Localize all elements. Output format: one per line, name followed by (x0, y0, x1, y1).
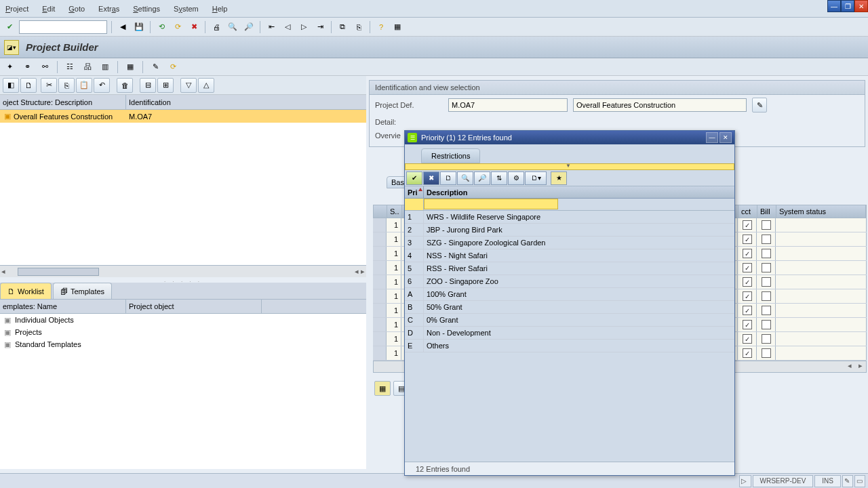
filter-pri-input[interactable] (405, 199, 424, 210)
pers-button[interactable]: ⚙ (508, 171, 524, 185)
link2-icon[interactable]: ⚯ (38, 60, 52, 74)
command-field[interactable] (19, 20, 107, 34)
net-icon[interactable]: ▦ (123, 60, 137, 74)
bill-checkbox[interactable] (762, 263, 771, 272)
menu-edit[interactable]: Edit (42, 5, 55, 13)
sb-icon1[interactable]: ▷ (739, 475, 751, 487)
accept-button[interactable]: ✔ (406, 171, 422, 185)
table-row[interactable]: DNon - Development (405, 327, 734, 340)
tab-worklist[interactable]: 🗋 Worklist (0, 283, 52, 299)
bill-checkbox[interactable] (762, 306, 771, 315)
wk-col-name[interactable]: emplates: Name (0, 300, 126, 313)
splitter[interactable]: . . . . . (0, 277, 366, 283)
cct-checkbox[interactable]: ✓ (743, 320, 752, 329)
sb-icon3[interactable]: ▭ (854, 475, 865, 487)
new-session-icon[interactable]: ⧉ (336, 20, 349, 34)
tree-col-description[interactable]: oject Structure: Description (0, 95, 126, 109)
star-button[interactable]: ★ (551, 171, 567, 185)
wand-icon[interactable]: ✦ (3, 60, 16, 74)
last-page-icon[interactable]: ⇥ (313, 20, 327, 34)
tree-delete-icon[interactable]: 🗑 (117, 78, 133, 93)
export-button[interactable]: 🗋▾ (525, 171, 547, 185)
col-s[interactable]: S.. (387, 205, 402, 218)
exit-icon[interactable]: ⟳ (171, 20, 184, 34)
minimize-button[interactable]: — (827, 0, 841, 12)
cct-checkbox[interactable]: ✓ (743, 291, 752, 301)
cct-checkbox[interactable]: ✓ (743, 306, 752, 315)
find-next-icon[interactable]: 🔎 (242, 20, 256, 34)
table-row[interactable]: A100% Grant (405, 288, 734, 301)
cct-checkbox[interactable]: ✓ (743, 220, 752, 230)
tree-expand-icon[interactable]: ⊞ (157, 78, 174, 93)
dialog-close-button[interactable]: ✕ (719, 132, 732, 143)
link1-icon[interactable]: ⚭ (20, 60, 34, 74)
menu-extras[interactable]: Extras (98, 5, 119, 13)
tree-col-identification[interactable]: Identification (126, 95, 366, 109)
hier3-icon[interactable]: ▥ (98, 60, 112, 74)
tab-restrictions[interactable]: Restrictions (421, 148, 480, 163)
maximize-button[interactable]: ❐ (841, 0, 854, 12)
cancel-icon[interactable]: ✖ (187, 20, 201, 34)
cct-checkbox[interactable]: ✓ (743, 263, 752, 272)
cct-checkbox[interactable]: ✓ (743, 249, 752, 258)
table-row[interactable]: 3SZG - Singapore Zoological Garden (405, 237, 734, 249)
find-icon[interactable]: 🔍 (226, 20, 239, 34)
layout-icon[interactable]: ▦ (391, 20, 404, 34)
col-system-status[interactable]: System status (776, 205, 866, 218)
tree-hscroll[interactable]: ◂ ◂ ▸ (0, 265, 366, 277)
tree-undo-icon[interactable]: ↶ (94, 78, 110, 93)
tree-collapse-icon[interactable]: ⊟ (140, 78, 156, 93)
bill-checkbox[interactable] (762, 277, 771, 287)
list-item[interactable]: ▣Individual Objects (0, 314, 366, 326)
col-bill[interactable]: Bill (757, 205, 776, 218)
table-row[interactable]: B50% Grant (405, 301, 734, 314)
cct-checkbox[interactable]: ✓ (743, 334, 752, 344)
bill-checkbox[interactable] (762, 348, 771, 358)
tree-new-icon[interactable]: 🗋 (20, 78, 37, 93)
select-all-button[interactable]: ▦ (374, 381, 391, 396)
sort-button[interactable]: ⇅ (491, 171, 507, 185)
cct-checkbox[interactable]: ✓ (743, 235, 752, 244)
print-icon[interactable]: 🖨 (210, 20, 223, 34)
expand-bar[interactable] (405, 163, 734, 170)
shortcut-icon[interactable]: ⎘ (352, 20, 366, 34)
menu-system[interactable]: System (174, 5, 199, 13)
first-page-icon[interactable]: ⇤ (264, 20, 278, 34)
close-button[interactable]: ✕ (854, 0, 868, 12)
tree-body[interactable]: ▣ Overall Features Construction M.OA7 (0, 110, 366, 265)
projdef-desc-input[interactable] (573, 98, 747, 112)
table-row[interactable]: C0% Grant (405, 314, 734, 327)
enter-icon[interactable]: ✔ (3, 20, 16, 34)
find-button[interactable]: 🔍 (457, 171, 473, 185)
list-item[interactable]: ▣Standard Templates (0, 338, 366, 350)
prev-page-icon[interactable]: ◁ (281, 20, 294, 34)
bill-checkbox[interactable] (762, 334, 771, 344)
back-green-icon[interactable]: ⟲ (155, 20, 168, 34)
list-item[interactable]: ▣Projects (0, 326, 366, 338)
wk-col-object[interactable]: Project object (126, 300, 262, 313)
refresh-icon[interactable]: ⟳ (166, 60, 180, 74)
worklist-body[interactable]: ▣Individual Objects ▣Projects ▣Standard … (0, 314, 366, 469)
table-row[interactable]: 1WRS - Wildlife Reserve Singapore (405, 211, 734, 224)
bill-checkbox[interactable] (762, 249, 771, 258)
find2-button[interactable]: 🔎 (474, 171, 490, 185)
tree-row[interactable]: ▣ Overall Features Construction M.OA7 (0, 110, 366, 123)
bill-checkbox[interactable] (762, 291, 771, 301)
menu-project[interactable]: Project (5, 5, 28, 13)
dialog-min-button[interactable]: — (706, 132, 718, 143)
tree-cut-icon[interactable]: ✂ (41, 78, 57, 93)
new-button[interactable]: 🗋 (440, 171, 456, 185)
table-row[interactable]: 5RSS - River Safari (405, 262, 734, 275)
back-icon[interactable]: ◀ (116, 20, 130, 34)
save-icon[interactable]: 💾 (132, 20, 146, 34)
edit-icon[interactable]: ✎ (149, 60, 162, 74)
menu-help[interactable]: Help (212, 5, 228, 13)
hier1-icon[interactable]: ☷ (63, 60, 77, 74)
filter-desc-input[interactable] (424, 199, 558, 209)
table-row[interactable]: 2JBP - Jurong Bird Park (405, 224, 734, 237)
bill-checkbox[interactable] (762, 235, 771, 244)
scroll-right-icon[interactable]: ▸ (855, 361, 866, 372)
sb-icon2[interactable]: ✎ (842, 475, 853, 487)
bill-checkbox[interactable] (762, 320, 771, 329)
col-cct[interactable]: cct (738, 205, 757, 218)
